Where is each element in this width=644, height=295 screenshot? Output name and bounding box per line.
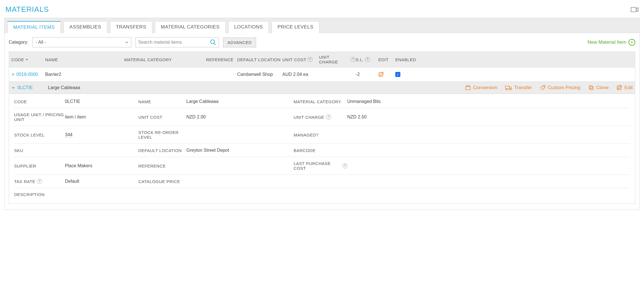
detail-defloc-label: DEFAULT LOCATION: [138, 148, 186, 153]
detail-lastpurch-label-text: LAST PURCHASE COST: [294, 161, 341, 171]
main-panel: MATERIAL ITEMS ASSEMBLIES TRANSFERS MATE…: [4, 18, 640, 210]
category-value: - All -: [36, 40, 46, 45]
detail-desc-label: DESCRIPTION: [14, 192, 65, 197]
new-material-item[interactable]: New Material Item +: [588, 39, 635, 46]
col-edit: EDIT: [378, 57, 395, 62]
table-row: 0018-0000 Barrier2 Camberwell Shop AUD 2…: [9, 67, 635, 82]
help-icon[interactable]: ?: [351, 57, 356, 62]
row-expand-toggle[interactable]: 0018-0000: [11, 72, 45, 77]
tab-material-categories[interactable]: MATERIAL CATEGORIES: [155, 21, 226, 33]
col-material-category[interactable]: MATERIAL CATEGORY: [124, 57, 206, 62]
col-code-label: CODE: [11, 57, 24, 62]
svg-rect-9: [590, 87, 593, 90]
tab-transfers[interactable]: TRANSFERS: [110, 21, 152, 33]
checkbox-checked-icon: ✓: [395, 72, 400, 77]
detail-managed-label: MANAGED?: [294, 133, 347, 137]
detail-unitcharge-label-text: UNIT CHARGE: [294, 115, 324, 120]
detail-matcat-value: Unmanaged Bits: [347, 99, 404, 104]
help-icon[interactable]: ?: [37, 179, 42, 184]
transfer-button[interactable]: Transfer: [505, 85, 532, 91]
plus-circle-icon: +: [628, 39, 635, 46]
row-details: CODE 0LCTIE NAME Large Cableaaa MATERIAL…: [9, 94, 635, 204]
row-enabled[interactable]: ✓: [395, 72, 418, 77]
row-name: Large Cableaaa: [48, 85, 232, 90]
svg-point-6: [510, 89, 511, 90]
detail-unitcharge-label: UNIT CHARGE ?: [294, 115, 347, 120]
col-unit-charge[interactable]: UNIT CHARGE ?: [319, 55, 356, 64]
detail-usage-value: item / item: [65, 115, 138, 120]
detail-stock-value[interactable]: 344: [65, 132, 138, 137]
detail-unitcost-value: NZD 2.00: [186, 115, 294, 120]
col-unit-cost-label: UNIT COST: [282, 57, 306, 62]
detail-tax-label: TAX RATE ?: [14, 179, 65, 184]
svg-point-1: [211, 40, 215, 44]
col-sl-label: S.L.: [356, 57, 364, 62]
tab-locations[interactable]: LOCATIONS: [228, 21, 269, 33]
col-unit-charge-label: UNIT CHARGE: [319, 55, 350, 64]
transfer-label: Transfer: [514, 85, 532, 91]
new-material-item-label: New Material Item: [588, 39, 626, 45]
chevron-down-icon: [125, 40, 129, 44]
help-icon[interactable]: ?: [365, 57, 370, 62]
detail-supplier-label: SUPPLIER: [14, 164, 65, 168]
page-title: MATERIALS: [5, 5, 49, 14]
toolbar: Category: - All - ADVANCED New Material …: [5, 33, 639, 52]
edit-label: Edit: [625, 85, 633, 91]
svg-rect-8: [589, 86, 592, 89]
grid-header: CODE NAME MATERIAL CATEGORY REFERENCE DE…: [9, 52, 635, 67]
col-code[interactable]: CODE: [11, 57, 45, 62]
category-label: Category:: [9, 40, 28, 45]
grid-area: CODE NAME MATERIAL CATEGORY REFERENCE DE…: [5, 52, 639, 210]
detail-sku-label: SKU: [14, 148, 65, 153]
svg-point-7: [543, 86, 544, 87]
edit-button[interactable]: Edit: [617, 85, 633, 91]
chevron-right-icon: [11, 73, 15, 76]
detail-barcode-label: BARCODE: [294, 148, 347, 153]
svg-rect-4: [505, 86, 509, 89]
detail-tax-value: Default: [65, 179, 138, 184]
clone-button[interactable]: Clone: [588, 85, 608, 91]
custom-pricing-button[interactable]: Custom Pricing: [540, 85, 580, 91]
video-icon[interactable]: [631, 6, 639, 13]
row-defloc: Camberwell Shop: [237, 72, 282, 77]
help-icon[interactable]: ?: [326, 115, 331, 120]
help-icon[interactable]: ?: [342, 163, 347, 168]
row-collapse-toggle[interactable]: 0LCTIE: [11, 85, 48, 90]
col-unit-cost[interactable]: UNIT COST ?: [282, 57, 319, 62]
detail-supplier-value: Place Makers: [65, 163, 138, 168]
svg-point-5: [506, 89, 508, 90]
tab-assemblies[interactable]: ASSEMBLIES: [64, 21, 107, 33]
col-reference[interactable]: REFERENCE: [206, 57, 237, 62]
svg-rect-0: [631, 7, 636, 12]
chevron-down-icon: [11, 86, 15, 90]
detail-reorder-label: STOCK RE-ORDER LEVEL: [138, 130, 186, 140]
row-code: 0018-0000: [16, 72, 38, 77]
tab-material-items[interactable]: MATERIAL ITEMS: [7, 21, 61, 33]
sort-asc-icon: [25, 58, 29, 61]
search-input[interactable]: [138, 40, 210, 45]
edit-row-button[interactable]: [378, 71, 395, 78]
search-icon[interactable]: [210, 39, 216, 45]
clone-label: Clone: [596, 85, 608, 91]
search-box[interactable]: [136, 37, 219, 47]
detail-code-label: CODE: [14, 99, 65, 104]
detail-code-value: 0LCTIE: [65, 99, 138, 104]
row-unitcost: AUD 2.04 ea: [282, 72, 319, 77]
detail-usage-label: USAGE UNIT / PRICING UNIT: [14, 112, 65, 122]
conversion-button[interactable]: Conversion: [465, 85, 497, 91]
help-icon[interactable]: ?: [307, 57, 313, 62]
advanced-button[interactable]: ADVANCED: [223, 38, 256, 47]
detail-stock-text: 344: [65, 132, 73, 137]
detail-tax-label-text: TAX RATE: [14, 179, 35, 184]
row-sl: -2: [356, 72, 378, 77]
tab-price-levels[interactable]: PRICE LEVELS: [272, 21, 319, 33]
conversion-label: Conversion: [473, 85, 497, 91]
col-default-location[interactable]: DEFAULT LOCATION: [237, 57, 282, 62]
col-name[interactable]: NAME: [45, 57, 124, 62]
col-enabled: ENABLED: [395, 57, 418, 62]
detail-lastpurch-label: LAST PURCHASE COST ?: [294, 161, 347, 171]
col-sl[interactable]: S.L. ?: [356, 57, 378, 62]
category-select[interactable]: - All -: [32, 37, 131, 47]
detail-stock-label: STOCK LEVEL: [14, 133, 65, 137]
row-code: 0LCTIE: [18, 85, 33, 90]
